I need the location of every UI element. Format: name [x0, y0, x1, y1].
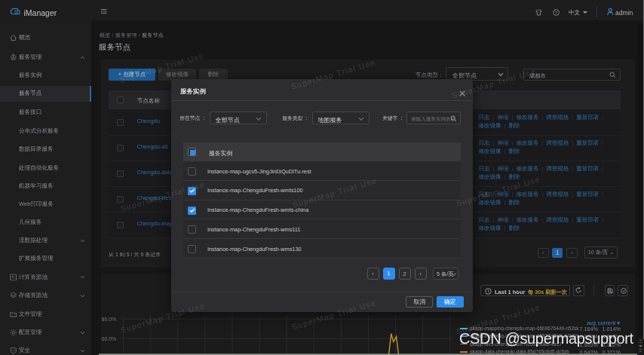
svg-text:?: ?	[555, 9, 558, 14]
